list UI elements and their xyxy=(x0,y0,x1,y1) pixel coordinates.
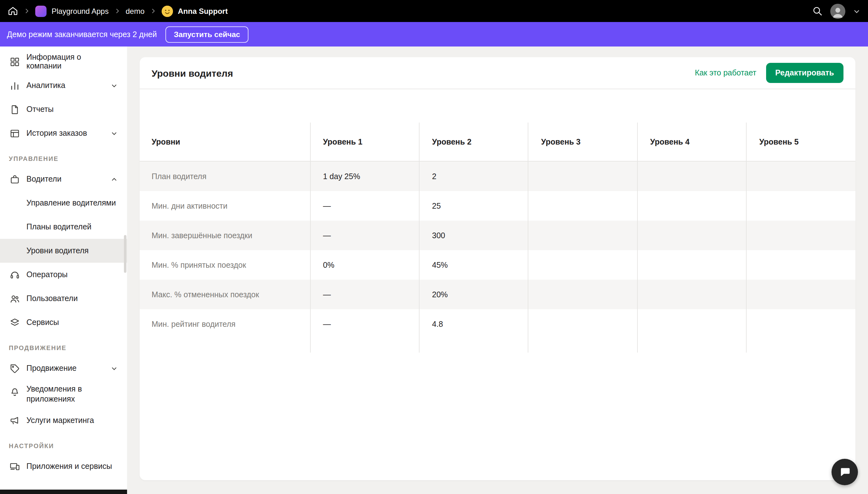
sidebar-item-label: Водители xyxy=(26,175,61,184)
table-divider-extension xyxy=(140,339,855,353)
chat-icon xyxy=(838,466,851,478)
services-icon xyxy=(9,317,20,328)
sidebar-item-promotion[interactable]: Продвижение xyxy=(0,356,127,380)
driver-levels-table: Уровни Уровень 1 Уровень 2 Уровень 3 Уро… xyxy=(140,122,855,353)
sidebar-item-company-info[interactable]: Информация о компании xyxy=(0,50,127,74)
sidebar-item-label: Уведомления в приложениях xyxy=(26,385,118,404)
cell-value: — xyxy=(310,191,419,221)
sidebar-item-label: Услуги маркетинга xyxy=(26,416,94,425)
chevron-down-icon xyxy=(110,129,118,137)
demo-banner-text: Демо режим заканчивается через 2 дней xyxy=(7,30,157,39)
home-button[interactable] xyxy=(7,6,18,16)
row-label: План водителя xyxy=(140,161,310,191)
sidebar-item-driver-management[interactable]: Управление водителями xyxy=(0,191,127,215)
cell-value xyxy=(746,309,855,339)
sidebar-item-label: Операторы xyxy=(26,270,68,279)
edit-button[interactable]: Редактировать xyxy=(766,63,844,83)
bell-icon xyxy=(9,385,20,397)
sidebar-item-label: Отчеты xyxy=(26,105,53,114)
cell-value xyxy=(528,280,638,309)
sidebar-item-analytics[interactable]: Аналитика xyxy=(0,74,127,97)
column-header: Уровень 4 xyxy=(637,122,746,161)
table-row: Мин. рейтинг водителя — 4.8 xyxy=(140,309,855,339)
sidebar-item-driver-plans[interactable]: Планы водителей xyxy=(0,215,127,239)
table-row: Мин. % принятых поездок 0% 45% xyxy=(140,250,855,280)
sidebar-item-drivers[interactable]: Водители xyxy=(0,167,127,191)
driver-levels-card: Уровни водителя Как это работает Редакти… xyxy=(140,57,855,480)
chevron-right-icon xyxy=(23,7,30,15)
cell-value: 4.8 xyxy=(419,309,528,339)
sidebar-item-label: Продвижение xyxy=(26,364,76,373)
cell-value: — xyxy=(310,221,419,250)
breadcrumb: Playground Apps demo Anna Support xyxy=(7,5,228,17)
launch-now-button[interactable]: Запустить сейчас xyxy=(166,26,248,42)
sidebar-item-label: Информация о компании xyxy=(26,53,118,70)
cell-value: 0% xyxy=(310,250,419,280)
sidebar: Информация о компании Аналитика Отчеты xyxy=(0,46,127,494)
account-avatar[interactable] xyxy=(830,3,845,19)
row-label: Мин. рейтинг водителя xyxy=(140,309,310,339)
sidebar-item-label: Управление водителями xyxy=(26,198,116,207)
row-label: Мин. дни активности xyxy=(140,191,310,221)
company-info-icon xyxy=(9,56,20,67)
cell-value xyxy=(528,250,638,280)
cell-value: 300 xyxy=(419,221,528,250)
cell-value xyxy=(746,191,855,221)
megaphone-icon xyxy=(9,415,20,426)
sidebar-item-app-notifications[interactable]: Уведомления в приложениях xyxy=(0,380,127,409)
sidebar-footer xyxy=(0,490,127,494)
sidebar-scrollbar[interactable] xyxy=(124,235,126,273)
sidebar-item-label: Планы водителей xyxy=(26,223,92,231)
cell-value xyxy=(637,309,746,339)
sidebar-item-label: Уровни водителя xyxy=(26,246,89,255)
cell-value xyxy=(637,250,746,280)
cell-value: 25 xyxy=(419,191,528,221)
chevron-down-icon xyxy=(110,364,118,373)
playground-apps-logo[interactable] xyxy=(35,5,47,17)
drivers-icon xyxy=(9,173,20,185)
users-icon xyxy=(9,293,20,304)
cell-value xyxy=(746,221,855,250)
user-emoji-avatar[interactable] xyxy=(162,5,173,17)
cell-value xyxy=(746,161,855,191)
table-row: План водителя 1 day 25% 2 xyxy=(140,161,855,191)
sidebar-item-marketing-services[interactable]: Услуги маркетинга xyxy=(0,409,127,433)
sidebar-item-driver-levels[interactable]: Уровни водителя xyxy=(0,239,127,263)
cell-value: — xyxy=(310,280,419,309)
sidebar-item-operators[interactable]: Операторы xyxy=(0,263,127,287)
card-header: Уровни водителя Как это работает Редакти… xyxy=(140,57,855,89)
account-menu-chevron-down-icon[interactable] xyxy=(853,7,861,15)
sidebar-item-order-history[interactable]: История заказов xyxy=(0,121,127,145)
sidebar-section-management: УПРАВЛЕНИЕ xyxy=(0,145,127,167)
chevron-right-icon xyxy=(113,7,121,15)
sidebar-item-label: Пользователи xyxy=(26,294,78,303)
table-header-row: Уровни Уровень 1 Уровень 2 Уровень 3 Уро… xyxy=(140,122,855,161)
sidebar-item-label: История заказов xyxy=(26,129,87,138)
sidebar-section-settings: НАСТРОЙКИ xyxy=(0,433,127,455)
sidebar-item-apps-and-services[interactable]: Приложения и сервисы xyxy=(0,455,127,479)
sidebar-item-label: Приложения и сервисы xyxy=(26,462,112,471)
breadcrumb-app[interactable]: Playground Apps xyxy=(52,6,109,15)
sidebar-item-services[interactable]: Сервисы xyxy=(0,310,127,334)
analytics-icon xyxy=(9,80,20,91)
chevron-down-icon xyxy=(110,81,118,90)
table-row: Мин. дни активности — 25 xyxy=(140,191,855,221)
cell-value xyxy=(528,221,638,250)
sidebar-item-users[interactable]: Пользователи xyxy=(0,287,127,310)
cell-value: 2 xyxy=(419,161,528,191)
tag-icon xyxy=(9,363,20,374)
how-it-works-link[interactable]: Как это работает xyxy=(695,69,756,77)
card-actions: Как это работает Редактировать xyxy=(695,63,844,83)
topbar-right xyxy=(812,3,861,19)
table-row: Макс. % отмененных поездок — 20% xyxy=(140,280,855,309)
support-chat-button[interactable] xyxy=(832,459,858,485)
chevron-up-icon xyxy=(110,175,118,183)
cell-value xyxy=(528,191,638,221)
breadcrumb-park[interactable]: demo xyxy=(126,6,144,15)
chevron-right-icon xyxy=(150,7,156,15)
devices-icon xyxy=(9,461,20,472)
sidebar-item-label: Сервисы xyxy=(26,318,59,327)
sidebar-item-reports[interactable]: Отчеты xyxy=(0,97,127,121)
search-icon[interactable] xyxy=(812,6,823,16)
breadcrumb-user[interactable]: Anna Support xyxy=(178,6,228,15)
